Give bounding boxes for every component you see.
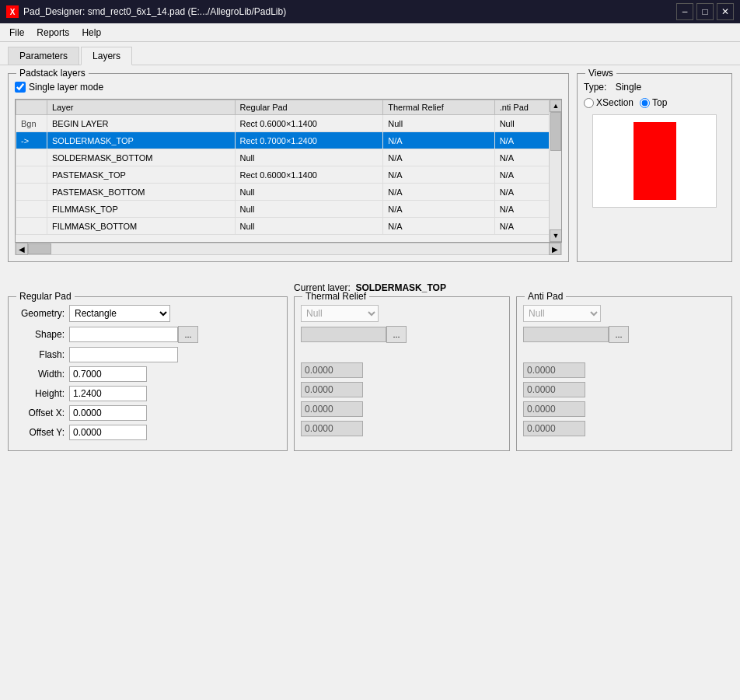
row-regular: Rect 0.7000×1.2400 (235, 132, 383, 149)
table-row[interactable]: FILMMASK_BOTTOM Null N/A N/A (16, 218, 561, 235)
row-thermal: N/A (383, 132, 494, 149)
thermal-offset-y-row (301, 421, 503, 436)
offset-y-row: Offset Y: (15, 425, 281, 440)
menu-bar: File Reports Help (0, 23, 740, 42)
views-group: Views Type: Single XSection Top (577, 73, 732, 262)
thermal-geometry-select-wrapper: Null (301, 305, 379, 322)
single-layer-mode-label[interactable]: Single layer mode (29, 82, 103, 93)
anti-height-row (523, 382, 725, 397)
width-input[interactable] (69, 366, 147, 382)
scroll-down-button[interactable]: ▼ (550, 229, 562, 242)
radio-xsection-text: XSection (596, 97, 634, 108)
shape-input[interactable] (69, 327, 178, 342)
anti-geometry-row: Null (523, 305, 725, 322)
radio-xsection-label[interactable]: XSection (584, 97, 634, 108)
tab-layers[interactable]: Layers (81, 47, 132, 65)
layers-table-inner[interactable]: Layer Regular Pad Thermal Relief .nti Pa… (16, 100, 561, 242)
horizontal-scrollbar[interactable]: ◀ ▶ (15, 243, 562, 255)
pad-rect-shape (634, 122, 676, 200)
flash-input[interactable] (69, 347, 178, 362)
anti-offset-y-input (523, 421, 585, 436)
thermal-width-input (301, 362, 363, 378)
table-row[interactable]: PASTEMASK_TOP Rect 0.6000×1.1400 N/A N/A (16, 166, 561, 184)
geometry-select-wrapper: Rectangle Square Circle Oval (69, 305, 170, 322)
geometry-label: Geometry: (15, 308, 69, 319)
offset-x-input[interactable] (69, 405, 147, 421)
tab-parameters[interactable]: Parameters (8, 47, 79, 65)
geometry-select[interactable]: Rectangle Square Circle Oval (69, 305, 170, 322)
row-marker: -> (16, 132, 47, 149)
table-row[interactable]: Bgn BEGIN LAYER Rect 0.6000×1.1400 Null … (16, 115, 561, 132)
window-title: Pad_Designer: smd_rect0_6x1_14.pad (E:..… (23, 6, 286, 17)
offset-y-input[interactable] (69, 425, 147, 440)
vertical-scrollbar[interactable]: ▲ ▼ (549, 100, 561, 242)
thermal-shape-ellipsis-button[interactable]: ... (386, 326, 407, 343)
close-button[interactable]: ✕ (717, 3, 734, 20)
anti-pad-group: Anti Pad Null ... (516, 296, 732, 451)
thermal-offset-x-input (301, 401, 363, 417)
offset-x-row: Offset X: (15, 405, 281, 421)
row-marker (16, 218, 47, 235)
scroll-left-button[interactable]: ◀ (16, 243, 28, 255)
thermal-relief-label: Thermal Relief (302, 291, 369, 302)
anti-geometry-select[interactable]: Null (523, 305, 601, 322)
regular-pad-group: Regular Pad Geometry: Rectangle Square C… (8, 296, 288, 451)
tab-bar: Parameters Layers (0, 42, 740, 65)
layers-table: Layer Regular Pad Thermal Relief .nti Pa… (16, 100, 561, 235)
views-label: Views (585, 68, 616, 79)
row-marker: Bgn (16, 115, 47, 132)
minimize-button[interactable]: – (676, 3, 693, 20)
radio-top[interactable] (640, 98, 650, 108)
thermal-shape-input (301, 327, 386, 342)
scroll-right-button[interactable]: ▶ (549, 243, 561, 255)
table-row[interactable]: FILMMASK_TOP Null N/A N/A (16, 201, 561, 218)
menu-help[interactable]: Help (75, 26, 107, 40)
table-row[interactable]: PASTEMASK_BOTTOM Null N/A N/A (16, 184, 561, 201)
anti-height-input (523, 382, 585, 397)
padstack-layers-group: Padstack layers Single layer mode Layer … (8, 73, 569, 262)
thermal-shape-row: ... (301, 326, 503, 343)
table-row[interactable]: SOLDERMASK_BOTTOM Null N/A N/A (16, 149, 561, 166)
row-marker (16, 166, 47, 184)
col-marker-header (16, 100, 47, 115)
flash-row: Flash: (15, 347, 281, 362)
offset-x-label: Offset X: (15, 408, 69, 418)
scroll-thumb[interactable] (550, 112, 561, 151)
radio-xsection[interactable] (584, 98, 594, 108)
anti-offset-x-row (523, 401, 725, 417)
row-thermal: N/A (383, 166, 494, 184)
anti-shape-ellipsis-button[interactable]: ... (609, 326, 629, 343)
pad-preview (592, 114, 717, 208)
shape-ellipsis-button[interactable]: ... (178, 326, 198, 343)
horiz-scroll-track[interactable] (28, 243, 549, 254)
menu-file[interactable]: File (3, 26, 30, 40)
single-layer-mode-checkbox[interactable] (15, 82, 26, 93)
anti-offset-y-row (523, 421, 725, 436)
app-icon: X (6, 5, 19, 18)
scroll-up-button[interactable]: ▲ (550, 100, 562, 112)
scroll-track[interactable] (550, 112, 561, 229)
anti-shape-row: ... (523, 326, 725, 343)
flash-label: Flash: (15, 349, 69, 360)
row-regular: Rect 0.6000×1.1400 (235, 166, 383, 184)
table-row[interactable]: -> SOLDERMASK_TOP Rect 0.7000×1.2400 N/A… (16, 132, 561, 149)
row-layer: BEGIN LAYER (47, 115, 236, 132)
anti-offset-x-input (523, 401, 585, 417)
menu-reports[interactable]: Reports (30, 26, 75, 40)
width-label: Width: (15, 369, 69, 380)
anti-shape-input (523, 327, 609, 342)
anti-geometry-select-wrapper: Null (523, 305, 601, 322)
horiz-scroll-thumb[interactable] (28, 243, 51, 254)
current-layer-row: Current layer: SOLDERMASK_TOP (8, 278, 732, 296)
radio-top-label[interactable]: Top (640, 97, 667, 108)
thermal-offset-x-row (301, 401, 503, 417)
single-layer-mode-row: Single layer mode (15, 82, 562, 93)
padstack-layers-label: Padstack layers (16, 68, 89, 79)
bottom-panels: Regular Pad Geometry: Rectangle Square C… (8, 296, 732, 459)
thermal-geometry-select[interactable]: Null (301, 305, 379, 322)
maximize-button[interactable]: □ (696, 3, 714, 20)
offset-y-label: Offset Y: (15, 427, 69, 438)
height-input[interactable] (69, 386, 147, 401)
width-row: Width: (15, 366, 281, 382)
thermal-height-input (301, 382, 363, 397)
